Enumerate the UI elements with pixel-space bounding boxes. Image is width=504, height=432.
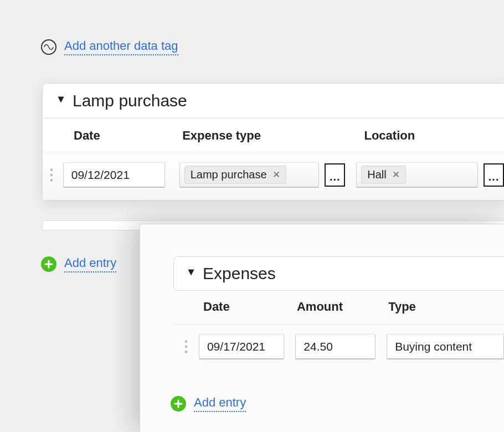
- amount-field[interactable]: 24.50: [295, 334, 376, 359]
- lamp-purchase-card: Lamp purchase Date Expense type Location…: [42, 83, 504, 200]
- location-field[interactable]: Hall ✕: [356, 162, 478, 188]
- expense-type-field[interactable]: Lamp purchase ✕: [179, 162, 320, 188]
- drag-handle-icon[interactable]: [43, 167, 61, 183]
- location-picker-button[interactable]: ...: [484, 163, 504, 187]
- column-headers: Date Amount Type: [173, 300, 504, 325]
- remove-chip-icon[interactable]: ✕: [272, 169, 280, 181]
- add-entry-link[interactable]: Add entry: [194, 395, 246, 412]
- add-entry-link[interactable]: Add entry: [64, 256, 116, 272]
- remove-chip-icon[interactable]: ✕: [392, 169, 400, 181]
- date-field[interactable]: 09/12/2021: [63, 162, 165, 188]
- add-data-tag-link[interactable]: Add another data tag: [64, 39, 178, 55]
- location-chip: Hall ✕: [361, 166, 405, 184]
- col-header-amount: Amount: [297, 300, 388, 314]
- col-header-expense-type: Expense type: [182, 128, 364, 143]
- plus-circle-icon: [41, 256, 56, 272]
- col-header-location: Location: [364, 128, 504, 143]
- table-row: 09/12/2021 Lamp purchase ✕ ... Hall ✕ ..…: [43, 152, 504, 200]
- svg-point-1: [50, 174, 53, 177]
- svg-point-0: [50, 168, 53, 171]
- expense-type-picker-button[interactable]: ...: [325, 163, 345, 187]
- svg-point-2: [50, 179, 53, 182]
- plus-circle-icon: [171, 396, 186, 412]
- column-headers: Date Expense type Location: [43, 119, 504, 152]
- col-header-type: Type: [388, 300, 504, 314]
- col-header-date: Date: [74, 128, 182, 143]
- svg-point-4: [185, 346, 188, 348]
- card-title: Lamp purchase: [73, 91, 187, 110]
- collapse-caret-icon[interactable]: [57, 96, 65, 106]
- svg-point-5: [185, 351, 188, 353]
- drag-handle-icon[interactable]: [173, 339, 199, 354]
- sine-icon: [41, 39, 56, 55]
- collapse-caret-icon[interactable]: [187, 269, 195, 279]
- date-field[interactable]: 09/17/2021: [199, 334, 284, 359]
- type-field[interactable]: Buying content: [387, 334, 504, 359]
- svg-point-3: [185, 340, 188, 343]
- expense-type-chip: Lamp purchase ✕: [184, 166, 286, 184]
- col-header-date: Date: [203, 300, 297, 314]
- table-row: 09/17/2021 24.50 Buying content: [173, 334, 504, 359]
- card-title: Expenses: [203, 264, 276, 283]
- chip-label: Hall: [367, 168, 386, 181]
- chip-label: Lamp purchase: [191, 168, 267, 181]
